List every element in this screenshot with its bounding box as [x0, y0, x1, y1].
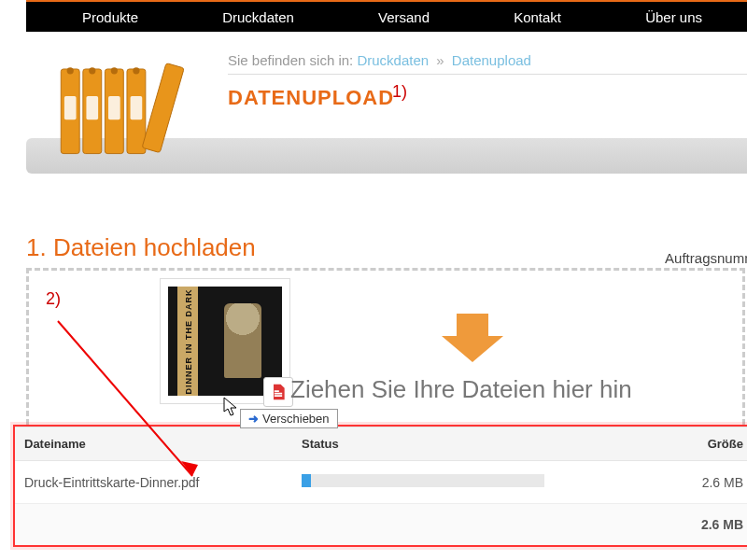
breadcrumb-current: Datenupload — [452, 52, 531, 68]
svg-rect-11 — [108, 96, 120, 119]
th-status: Status — [292, 427, 667, 461]
svg-point-6 — [89, 67, 95, 74]
nav-druckdaten[interactable]: Druckdaten — [222, 9, 294, 25]
svg-point-8 — [133, 67, 139, 74]
main-nav: Produkte Druckdaten Versand Kontakt Über… — [26, 0, 747, 32]
download-arrow-icon — [440, 310, 505, 364]
mouse-cursor-icon — [223, 397, 240, 417]
drag-tooltip-label: Verschieben — [262, 412, 330, 426]
section-title: 1. Dateien hochladen — [26, 233, 747, 262]
dropzone-text: Ziehen Sie Ihre Dateien hier hin — [290, 375, 632, 404]
annotation-2: 2) — [46, 289, 61, 309]
svg-rect-4 — [142, 63, 184, 153]
svg-point-5 — [67, 67, 74, 74]
pdf-icon — [263, 377, 293, 407]
cell-total-size: 2.6 MB — [15, 504, 747, 546]
binders-icon — [54, 45, 190, 164]
breadcrumb: Sie befinden sich in: Druckdaten » Daten… — [228, 52, 747, 75]
breadcrumb-separator: » — [436, 52, 444, 68]
th-size: Größe — [667, 427, 747, 461]
annotation-arrow — [52, 315, 220, 502]
nav-versand[interactable]: Versand — [378, 9, 430, 25]
svg-line-13 — [58, 321, 192, 476]
cell-size: 2.6 MB — [667, 461, 747, 504]
page-title: DATENUPLOAD — [228, 86, 394, 110]
header-area: Sie befinden sich in: Druckdaten » Daten… — [26, 32, 747, 174]
progress-bar — [302, 474, 544, 487]
table-total-row: 2.6 MB — [15, 504, 747, 546]
nav-kontakt[interactable]: Kontakt — [514, 9, 561, 25]
auftragsnummer-label: Auftragsnumme — [665, 250, 747, 266]
breadcrumb-prefix: Sie befinden sich in: — [228, 52, 353, 68]
svg-rect-10 — [86, 96, 98, 119]
svg-rect-12 — [131, 96, 143, 119]
svg-point-7 — [111, 67, 118, 74]
breadcrumb-link-druckdaten[interactable]: Druckdaten — [357, 52, 429, 68]
nav-ueber-uns[interactable]: Über uns — [645, 9, 702, 25]
move-arrow-icon: ➜ — [248, 412, 259, 426]
annotation-1: 1) — [392, 82, 407, 102]
cell-status — [292, 461, 667, 504]
drag-tooltip: ➜ Verschieben — [240, 409, 338, 428]
svg-rect-9 — [64, 96, 77, 119]
progress-fill — [302, 474, 311, 487]
nav-produkte[interactable]: Produkte — [82, 9, 138, 25]
